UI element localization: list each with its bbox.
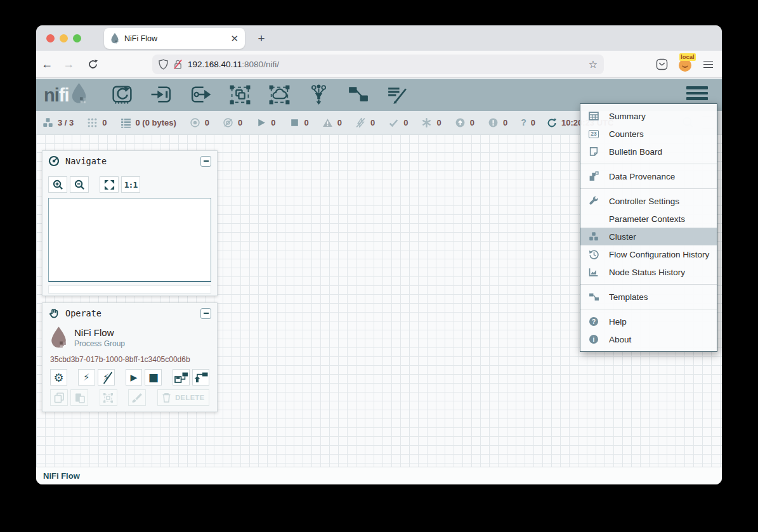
transmitting-icon [190,117,200,128]
nifi-logo-drop-icon [70,83,88,104]
stopped-count: 0 [304,118,309,127]
transmitting-count: 0 [205,118,209,127]
up-to-date-count: 0 [403,118,408,127]
navigate-collapse-button[interactable] [200,156,211,167]
counters-icon: 23 [589,130,598,138]
lightning-slash-icon: ⚡ [103,372,110,383]
start-button[interactable]: ▶ [126,369,143,386]
menu-separator [580,164,717,164]
remote-process-group-tool-icon[interactable] [268,84,291,105]
template-tool-icon[interactable] [346,84,370,105]
menu-item-counters[interactable]: 23 Counters [580,125,717,143]
paste-button[interactable] [70,389,88,406]
url-bar[interactable]: 192.168.40.11:8080/nifi/ ☆ [152,55,604,74]
sync-failure-count: 0 [531,118,535,127]
menu-item-bulletin-board[interactable]: Bulletin Board [580,143,717,160]
forward-icon[interactable]: → [58,58,79,71]
disable-button[interactable]: ⚡ [98,369,115,386]
stopped-icon [289,117,300,128]
browser-menu-icon[interactable] [703,61,713,68]
operate-header[interactable]: Operate [42,303,217,323]
refresh-icon[interactable] [547,118,557,128]
help-icon: ? [589,317,598,326]
funnel-tool-icon[interactable] [307,84,330,105]
pocket-icon[interactable] [656,58,668,70]
operate-collapse-button[interactable] [200,308,211,319]
menu-item-summary[interactable]: Summary [580,107,717,125]
avatar-icon [679,59,691,72]
queued-flowfiles-icon [121,117,131,128]
breadcrumb[interactable]: NiFi Flow [36,467,722,484]
remote-sites-count: 0 [102,118,107,127]
processor-tool-icon[interactable] [110,84,134,105]
tab-close-icon[interactable]: ✕ [230,33,239,44]
profile-avatar[interactable]: local [679,58,693,72]
url-host: 192.168.40.11 [188,60,242,69]
zoom-out-button[interactable] [70,176,89,193]
selected-component: NiFi Flow Process Group [42,323,217,350]
menu-item-parameter-contexts[interactable]: Parameter Contexts [580,210,717,228]
node-status-history-icon [589,267,599,277]
group-button[interactable] [100,389,117,406]
running-icon [256,117,266,128]
menu-item-about[interactable]: i About [580,330,717,348]
shield-permissions-icon[interactable] [159,59,168,70]
selected-flow-name: NiFi Flow [74,327,125,338]
browser-navbar: ← → 192.168.40.11:8080/nifi/ ☆ [36,51,722,78]
insecure-lock-icon[interactable] [173,59,183,70]
back-icon[interactable]: ← [36,58,58,71]
menu-item-help[interactable]: ? Help [580,313,717,330]
zoom-window-button[interactable] [73,34,81,42]
birdseye-minimap[interactable] [48,198,211,282]
global-menu: Summary 23 Counters Bulletin Board Data … [580,103,717,352]
navigate-header[interactable]: Navigate [42,151,217,171]
input-port-tool-icon[interactable] [150,84,173,105]
process-group-drop-icon [50,327,67,349]
navigate-panel: Navigate 1:1 [42,150,218,296]
menu-item-templates[interactable]: Templates [580,288,717,306]
zoom-actual-size-button[interactable]: 1:1 [121,176,140,193]
new-tab-button[interactable]: + [253,30,270,47]
menu-item-data-provenance[interactable]: Data Provenance [580,167,717,185]
global-menu-button[interactable] [686,86,708,100]
process-group-tool-icon[interactable] [228,84,252,105]
locally-modified-and-stale-count: 0 [503,118,507,127]
zoom-fit-button[interactable] [100,176,119,193]
birdseye-footer [48,285,211,294]
hand-pointer-icon [48,308,60,319]
save-template-button[interactable] [173,369,190,386]
upload-template-button[interactable] [192,369,209,386]
reload-icon[interactable] [88,59,98,70]
not-transmitting-count: 0 [238,118,242,127]
data-provenance-icon [589,171,599,181]
output-port-tool-icon[interactable] [189,84,212,105]
lightning-icon: ⚡ [83,372,90,383]
close-window-button[interactable] [46,34,55,42]
component-tools [110,84,409,105]
minimize-window-button[interactable] [60,34,68,42]
invalid-icon [322,117,333,128]
play-icon: ▶ [131,372,138,382]
remote-sites-icon [87,117,98,128]
menu-item-flow-configuration-history[interactable]: Flow Configuration History [580,245,717,263]
selected-flow-type: Process Group [74,339,125,348]
stop-button[interactable]: ■ [145,369,162,386]
operate-title: Operate [65,308,195,318]
locally-modified-and-stale-icon [488,117,499,128]
enable-button[interactable]: ⚡ [78,369,95,386]
change-color-button[interactable] [128,389,146,406]
url-path: :8080/nifi/ [242,60,279,69]
configure-button[interactable]: ⚙ [50,369,67,386]
zoom-in-button[interactable] [48,176,67,193]
group-icon [103,393,114,403]
label-tool-icon[interactable] [386,84,409,105]
menu-item-node-status-history[interactable]: Node Status History [580,263,717,281]
connected-nodes-count: 3 / 3 [58,118,74,127]
profile-badge: local [679,53,696,61]
browser-tab[interactable]: NiFi Flow ✕ [104,28,245,49]
menu-item-cluster[interactable]: Cluster [580,228,717,245]
bookmark-star-icon[interactable]: ☆ [589,58,598,70]
delete-button[interactable]: DELETE [157,389,209,406]
copy-button[interactable] [50,389,68,406]
menu-item-controller-settings[interactable]: Controller Settings [580,192,717,210]
